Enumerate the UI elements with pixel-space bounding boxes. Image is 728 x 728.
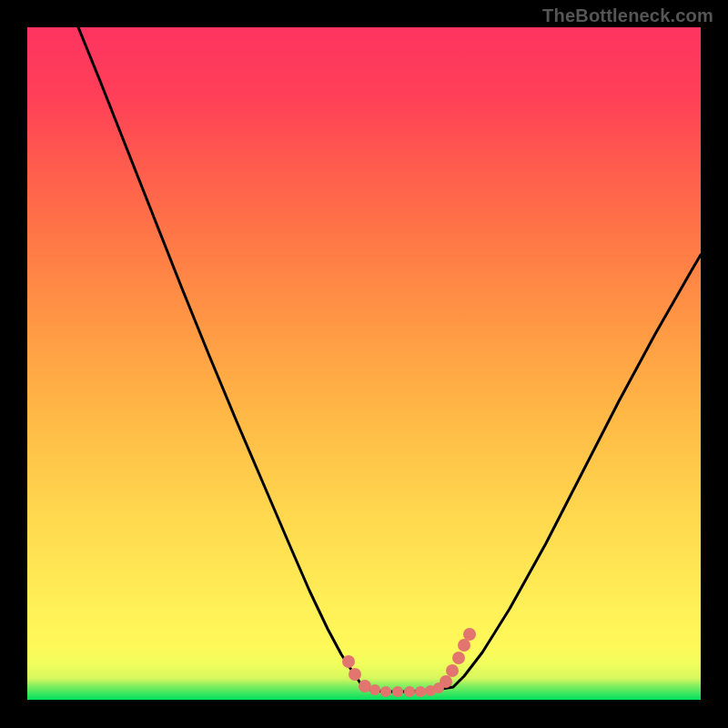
valley-marker-dot [392,686,403,697]
valley-marker-dot [404,686,415,697]
valley-marker-dot [349,668,361,681]
bottleneck-curve [78,27,701,692]
plot-frame [27,27,701,700]
valley-marker-dot [463,628,476,641]
valley-marker-dot [359,680,371,693]
valley-marker-dot [452,652,465,664]
valley-marker-dot [342,655,355,668]
valley-marker-dot [380,686,391,697]
valley-marker-dot [446,664,459,677]
valley-marker-dot [415,686,426,697]
curve-layer [27,27,701,700]
valley-markers [342,628,476,697]
watermark-text: TheBottleneck.com [542,5,713,26]
valley-marker-dot [458,639,470,652]
valley-marker-dot [369,684,380,695]
valley-marker-dot [440,675,452,688]
